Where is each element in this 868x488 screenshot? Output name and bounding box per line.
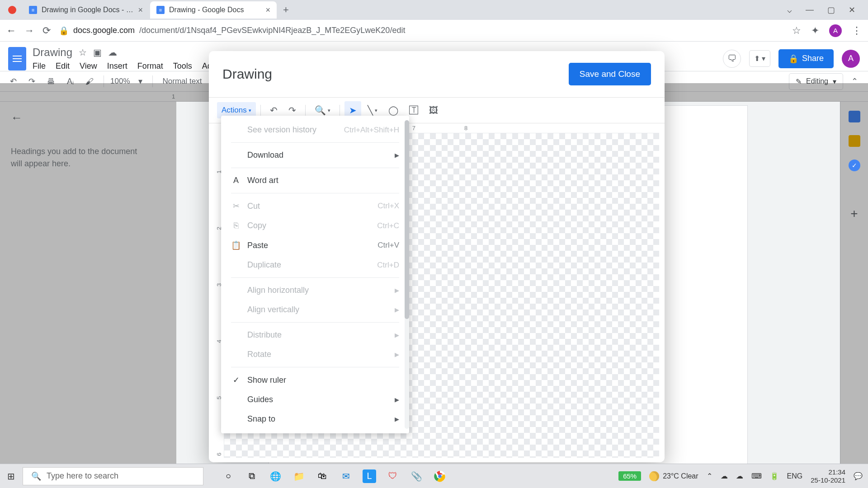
menu-copy[interactable]: ⎘ Copy Ctrl+C [221,216,409,235]
scrollbar-thumb[interactable] [405,120,409,319]
reload-button[interactable]: ⟳ [42,25,51,37]
profile-avatar[interactable]: A [829,24,842,37]
minimize-icon[interactable]: ― [806,5,814,15]
menu-tools[interactable]: Tools [173,61,192,71]
language-indicator[interactable]: ENG [787,472,803,480]
tab-1-title: Drawing in Google Docs - Googl [42,6,133,14]
cortana-icon[interactable]: ○ [222,469,235,483]
menu-rotate[interactable]: · Rotate ▶ [221,345,409,364]
menu-icon[interactable]: ⋮ [852,25,862,37]
account-avatar[interactable]: A [842,50,860,68]
new-tab-button[interactable]: + [278,4,294,16]
image-tool[interactable]: 🖼 [425,102,443,119]
scissors-icon: ✂ [231,201,241,211]
search-input[interactable]: 🔍 Type here to search [23,467,203,485]
submenu-arrow-icon: ▶ [395,287,399,294]
present-button[interactable]: ⬆ ▾ [749,50,770,67]
save-and-close-button[interactable]: Save and Close [569,63,651,85]
menu-view[interactable]: View [80,61,97,71]
clipboard-icon: 📋 [231,240,241,250]
window-controls: ⌵ ― ▢ ✕ [787,5,864,15]
menu-download[interactable]: · Download ▶ [221,145,409,165]
menu-align-horizontal[interactable]: · Align horizontally ▶ [221,281,409,300]
svg-point-1 [438,474,442,478]
lock-icon: 🔒 [59,26,69,36]
chevron-down-icon: ▾ [249,108,251,113]
battery-icon[interactable]: 🔋 [770,472,779,480]
star-icon[interactable]: ☆ [792,25,801,37]
weather-widget[interactable]: 23°C Clear [649,471,698,481]
url-field[interactable]: 🔒 docs.google.com/document/d/1Nsqaf4_PGe… [59,26,784,36]
menu-align-vertical[interactable]: · Align vertically ▶ [221,300,409,319]
menu-file[interactable]: File [33,61,46,71]
mail-icon[interactable]: ✉ [339,469,353,483]
document-title[interactable]: Drawing [33,46,72,59]
edge-icon[interactable]: 🌐 [269,469,282,483]
menu-cut[interactable]: ✂ Cut Ctrl+X [221,196,409,216]
menu-distribute[interactable]: · Distribute ▶ [221,325,409,345]
tab-1[interactable]: ≡ Drawing in Google Docs - Googl × [23,1,149,19]
store-icon[interactable]: 🛍 [316,469,329,483]
menu-format[interactable]: Format [137,61,163,71]
tab-2[interactable]: ≡ Drawing - Google Docs × [150,1,277,19]
maximize-icon[interactable]: ▢ [827,5,835,15]
windows-taskbar: ⊞ 🔍 Type here to search ○ ⧉ 🌐 📁 🛍 ✉ L 🛡 … [0,464,868,488]
recording-indicator [4,1,22,19]
submenu-arrow-icon: ▶ [395,351,399,358]
address-bar: ← → ⟳ 🔒 docs.google.com/document/d/1Nsqa… [0,20,868,42]
input-icon[interactable]: ⌨ [751,472,762,480]
comments-button[interactable]: 🗨 [723,50,741,68]
submenu-arrow-icon: ▶ [395,332,399,338]
app-l-icon[interactable]: L [363,469,376,483]
move-doc-icon[interactable]: ▣ [93,47,102,58]
forward-button[interactable]: → [24,25,34,37]
back-button[interactable]: ← [6,25,16,37]
menu-bar: File Edit View Insert Format Tools Ad [33,59,212,71]
tasks-icon[interactable] [849,160,860,171]
cloud-status-icon: ☁ [108,47,117,58]
notifications-icon[interactable]: 💬 [854,472,863,480]
menu-word-art[interactable]: A Word art [221,171,409,190]
menu-snap-to[interactable]: · Snap to ▶ [221,409,409,429]
system-tray: 65% 23°C Clear ⌃ ☁ ☁ ⌨ 🔋 ENG 21:34 25-10… [618,468,868,484]
battery-status[interactable]: 65% [618,471,641,481]
onedrive-icon[interactable]: ☁ [736,472,743,480]
submenu-arrow-icon: ▶ [395,416,399,422]
docs-favicon-icon: ≡ [29,6,37,14]
menu-duplicate[interactable]: · Duplicate Ctrl+D [221,255,409,275]
menu-edit[interactable]: Edit [56,61,70,71]
url-domain: docs.google.com [73,26,135,35]
menu-paste[interactable]: 📋 Paste Ctrl+V [221,235,409,255]
menu-show-ruler[interactable]: ✓ Show ruler [221,370,409,390]
docs-logo-icon[interactable] [8,47,26,70]
close-icon[interactable]: × [265,5,270,15]
task-view-icon[interactable]: ⧉ [245,469,259,483]
share-button[interactable]: 🔒 Share [778,49,834,68]
menu-version-history[interactable]: · See version history Ctrl+Alt+Shift+H [221,120,409,140]
star-doc-icon[interactable]: ☆ [79,47,87,58]
word-art-icon: A [231,176,241,185]
tabs-dropdown-icon[interactable]: ⌵ [787,5,792,15]
chrome-icon[interactable] [433,469,447,483]
submenu-arrow-icon: ▶ [395,152,399,159]
extensions-icon[interactable]: ✦ [811,25,819,37]
explorer-icon[interactable]: 📁 [292,469,306,483]
tab-2-title: Drawing - Google Docs [169,6,261,14]
start-button[interactable]: ⊞ [0,471,22,482]
onedrive-icon[interactable]: ☁ [721,472,728,480]
dialog-title: Drawing [222,66,272,82]
submenu-arrow-icon: ▶ [395,396,399,403]
submenu-arrow-icon: ▶ [395,306,399,313]
office-icon[interactable]: 📎 [410,469,423,483]
menu-scrollbar[interactable] [405,120,409,429]
record-icon [8,6,16,14]
menu-guides[interactable]: · Guides ▶ [221,390,409,409]
close-window-icon[interactable]: ✕ [849,5,855,15]
moon-icon [649,471,659,481]
close-icon[interactable]: × [138,5,143,15]
tray-chevron-icon[interactable]: ⌃ [707,472,712,480]
menu-insert[interactable]: Insert [107,61,127,71]
clock[interactable]: 21:34 25-10-2021 [811,468,845,484]
mcafee-icon[interactable]: 🛡 [386,469,400,483]
address-bar-actions: ☆ ✦ A ⋮ [792,24,862,37]
